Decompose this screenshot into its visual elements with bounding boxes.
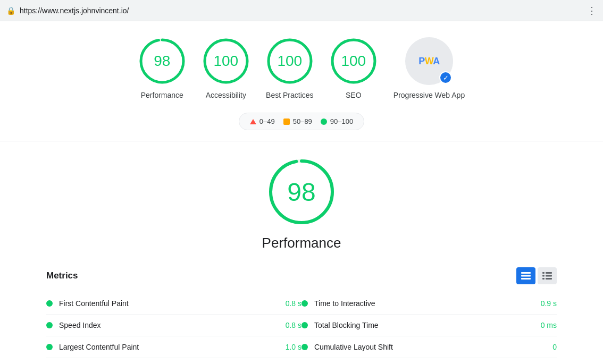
- pwa-circle: PWA ✓: [405, 37, 453, 85]
- big-score-label: Performance: [262, 235, 341, 251]
- pwa-check-icon: ✓: [439, 71, 452, 84]
- metric-dot: [46, 300, 53, 307]
- pwa-icon-text: PWA: [418, 56, 440, 67]
- orange-icon: [283, 118, 290, 125]
- score-label-best-practices: Best Practices: [266, 90, 313, 100]
- score-item-best-practices: 100 Best Practices: [266, 37, 314, 100]
- menu-icon[interactable]: ⋮: [587, 5, 597, 16]
- score-item-seo: 100 SEO: [330, 37, 378, 100]
- metric-name: Time to Interactive: [314, 299, 532, 308]
- view-toggle: [516, 267, 557, 284]
- metrics-title: Metrics: [46, 270, 78, 281]
- metric-dot: [46, 344, 53, 350]
- svg-rect-13: [542, 272, 545, 274]
- score-circle-seo: 100: [330, 37, 378, 85]
- metric-row: Time to Interactive 0.9 s: [302, 293, 557, 315]
- url-bar[interactable]: https://www.nextjs.johnvincent.io/: [20, 6, 587, 15]
- legend-orange-label: 50–89: [293, 117, 312, 125]
- score-item-performance: 98 Performance: [138, 37, 186, 100]
- green-icon: [321, 118, 327, 125]
- score-number-seo: 100: [341, 53, 366, 70]
- svg-rect-15: [542, 275, 545, 277]
- score-label-accessibility: Accessibility: [206, 90, 246, 100]
- list-view-button[interactable]: [538, 267, 557, 284]
- metric-row: Speed Index 0.8 s: [46, 315, 302, 336]
- pwa-label: Progressive Web App: [393, 90, 465, 100]
- svg-rect-10: [521, 272, 531, 274]
- red-icon: [250, 119, 256, 124]
- metrics-right-col: Time to Interactive 0.9 s Total Blocking…: [302, 293, 557, 358]
- svg-rect-14: [546, 272, 552, 274]
- score-circle-best-practices: 100: [266, 37, 314, 85]
- big-score-number: 98: [287, 177, 315, 207]
- legend-item-red: 0–49: [250, 117, 275, 125]
- metric-row: First Contentful Paint 0.8 s: [46, 293, 302, 315]
- metric-name: Cumulative Layout Shift: [314, 343, 544, 351]
- metric-value: 0 ms: [541, 321, 557, 329]
- svg-rect-11: [521, 275, 531, 277]
- metrics-left-col: First Contentful Paint 0.8 s Speed Index…: [46, 293, 302, 358]
- metric-name: Total Blocking Time: [314, 321, 532, 329]
- metric-row: Cumulative Layout Shift 0: [302, 336, 557, 358]
- browser-bar: 🔒 https://www.nextjs.johnvincent.io/ ⋮: [0, 0, 603, 21]
- metric-row: Total Blocking Time 0 ms: [302, 315, 557, 336]
- svg-rect-12: [521, 278, 531, 280]
- bar-view-button[interactable]: [516, 267, 535, 284]
- metric-name: First Contentful Paint: [59, 299, 277, 308]
- metric-dot: [302, 300, 308, 307]
- metric-value: 0.9 s: [541, 299, 557, 308]
- metric-dot: [302, 322, 308, 328]
- legend-item-orange: 50–89: [283, 117, 312, 125]
- legend-green-label: 90–100: [330, 117, 353, 125]
- score-number-performance: 98: [154, 53, 170, 70]
- big-score-circle: 98: [267, 157, 336, 226]
- svg-rect-17: [542, 278, 545, 280]
- legend: 0–49 50–89 90–100: [239, 113, 364, 130]
- lock-icon: 🔒: [6, 6, 15, 15]
- metric-row: Largest Contentful Paint 1.0 s: [46, 336, 302, 358]
- score-item-pwa: PWA ✓ Progressive Web App: [393, 37, 465, 100]
- metric-value: 0.8 s: [286, 321, 302, 329]
- score-label-seo: SEO: [346, 90, 362, 100]
- metric-dot: [46, 322, 53, 328]
- detail-section: 98 Performance Metrics: [0, 141, 603, 364]
- metrics-grid: First Contentful Paint 0.8 s Speed Index…: [46, 293, 557, 358]
- score-circle-performance: 98: [138, 37, 186, 85]
- score-item-accessibility: 100 Accessibility: [202, 37, 250, 100]
- svg-rect-18: [546, 278, 552, 280]
- score-label-performance: Performance: [141, 90, 183, 100]
- scores-row: 98 Performance 100 Accessibility 100 Bes…: [138, 37, 465, 100]
- metric-dot: [302, 344, 308, 350]
- score-number-accessibility: 100: [213, 53, 238, 70]
- legend-item-green: 90–100: [321, 117, 353, 125]
- score-circle-accessibility: 100: [202, 37, 250, 85]
- scores-section: 98 Performance 100 Accessibility 100 Bes…: [0, 21, 603, 141]
- metric-name: Speed Index: [59, 321, 277, 329]
- metric-value: 0.8 s: [286, 299, 302, 308]
- svg-rect-16: [546, 275, 552, 277]
- metrics-header: Metrics: [46, 267, 557, 284]
- legend-red-label: 0–49: [259, 117, 275, 125]
- metric-name: Largest Contentful Paint: [59, 343, 277, 351]
- metrics-section: Metrics: [46, 267, 557, 358]
- metric-value: 1.0 s: [286, 343, 302, 351]
- metric-value: 0: [552, 343, 557, 351]
- score-number-best-practices: 100: [277, 53, 302, 70]
